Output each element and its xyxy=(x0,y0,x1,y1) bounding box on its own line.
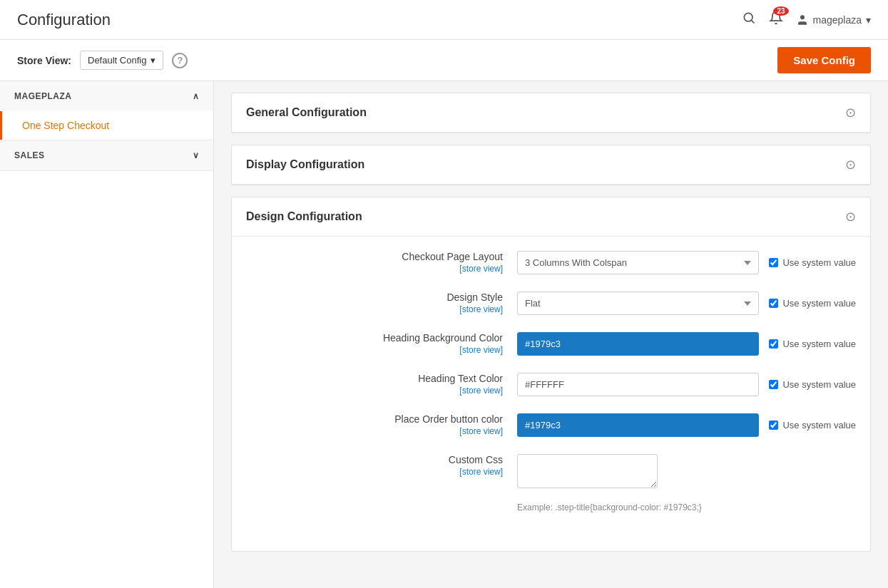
store-view-dropdown[interactable]: Default Config ▾ xyxy=(80,51,163,70)
help-icon[interactable]: ? xyxy=(172,53,188,68)
place-order-btn-color-sublabel: [store view] xyxy=(246,426,503,436)
svg-point-2 xyxy=(800,15,805,19)
svg-point-0 xyxy=(744,13,752,21)
checkout-page-layout-sublabel: [store view] xyxy=(246,264,503,274)
place-order-btn-color-use-system-value[interactable]: Use system value xyxy=(769,420,856,430)
store-view-label: Store View: xyxy=(17,55,71,66)
heading-bg-color-row: Heading Background Color [store view] Us… xyxy=(246,332,856,356)
place-order-btn-color-row: Place Order button color [store view] Us… xyxy=(246,413,856,437)
place-order-btn-color-label: Place Order button color xyxy=(246,413,503,425)
custom-css-example: Example: .step-title{background-color: #… xyxy=(517,502,702,512)
checkout-page-layout-select[interactable]: 3 Columns With Colspan 2 Columns 1 Colum… xyxy=(517,251,759,274)
use-system-value-label-5: Use system value xyxy=(782,420,856,430)
heading-bg-color-checkbox[interactable] xyxy=(769,339,778,349)
display-config-chevron-icon: ⊙ xyxy=(845,157,856,172)
store-view-value: Default Config xyxy=(88,55,146,66)
design-config-section: Design Configuration ⊙ Checkout Page Lay… xyxy=(231,197,871,552)
svg-line-1 xyxy=(751,21,754,24)
notification-count: 23 xyxy=(773,6,788,16)
custom-css-textarea[interactable] xyxy=(517,454,658,488)
heading-text-color-input[interactable] xyxy=(517,373,759,396)
design-style-checkbox[interactable] xyxy=(769,299,778,308)
sidebar-section-sales: SALES ∨ xyxy=(0,140,213,171)
heading-text-color-checkbox[interactable] xyxy=(769,380,778,389)
heading-bg-color-controls: Use system value xyxy=(517,332,856,356)
heading-text-color-use-system-value[interactable]: Use system value xyxy=(769,379,856,390)
heading-bg-color-label: Heading Background Color xyxy=(246,332,503,344)
heading-bg-color-use-system-value[interactable]: Use system value xyxy=(769,339,856,349)
design-config-header[interactable]: Design Configuration ⊙ xyxy=(232,197,870,237)
topbar: Configuration 23 mageplaza ▾ xyxy=(0,0,888,40)
notification-bell-icon[interactable]: 23 xyxy=(769,11,783,29)
checkout-page-layout-use-system-value[interactable]: Use system value xyxy=(769,257,856,268)
checkout-page-layout-label-group: Checkout Page Layout [store view] xyxy=(246,251,517,274)
heading-text-color-controls: Use system value xyxy=(517,373,856,396)
use-system-value-label-3: Use system value xyxy=(782,339,856,349)
sidebar-section-sales-chevron-icon: ∨ xyxy=(193,150,200,160)
general-config-chevron-icon: ⊙ xyxy=(845,105,856,120)
use-system-value-label-4: Use system value xyxy=(782,379,856,390)
checkout-page-layout-controls: 3 Columns With Colspan 2 Columns 1 Colum… xyxy=(517,251,856,274)
user-menu[interactable]: mageplaza ▾ xyxy=(796,14,872,26)
sidebar-section-sales-header[interactable]: SALES ∨ xyxy=(0,140,213,170)
heading-bg-color-input[interactable] xyxy=(517,332,759,356)
store-view-left: Store View: Default Config ▾ ? xyxy=(17,51,188,70)
design-config-body: Checkout Page Layout [store view] 3 Colu… xyxy=(232,237,870,551)
design-style-sublabel: [store view] xyxy=(246,304,503,314)
design-style-use-system-value[interactable]: Use system value xyxy=(769,298,856,309)
design-config-title: Design Configuration xyxy=(246,210,362,223)
custom-css-controls: Example: .step-title{background-color: #… xyxy=(517,454,856,512)
page-title: Configuration xyxy=(17,11,111,29)
design-style-label-group: Design Style [store view] xyxy=(246,292,517,314)
checkout-page-layout-label: Checkout Page Layout xyxy=(246,251,503,262)
custom-css-label: Custom Css xyxy=(246,454,503,465)
general-config-section: General Configuration ⊙ xyxy=(231,93,871,133)
heading-text-color-sublabel: [store view] xyxy=(246,386,503,396)
user-dropdown-icon: ▾ xyxy=(866,14,871,26)
save-config-button[interactable]: Save Config xyxy=(777,47,871,73)
search-icon[interactable] xyxy=(742,11,756,29)
heading-text-color-label-group: Heading Text Color [store view] xyxy=(246,373,517,396)
heading-text-color-label: Heading Text Color xyxy=(246,373,503,384)
place-order-btn-color-label-group: Place Order button color [store view] xyxy=(246,413,517,436)
design-config-chevron-icon: ⊙ xyxy=(845,209,856,225)
sidebar-item-one-step-checkout[interactable]: One Step Checkout xyxy=(0,111,213,140)
place-order-btn-color-checkbox[interactable] xyxy=(769,421,778,430)
heading-bg-color-label-group: Heading Background Color [store view] xyxy=(246,332,517,355)
custom-css-label-group: Custom Css [store view] xyxy=(246,454,517,477)
heading-bg-color-sublabel: [store view] xyxy=(246,345,503,355)
sidebar-item-one-step-checkout-label: One Step Checkout xyxy=(22,120,109,131)
use-system-value-label-2: Use system value xyxy=(782,298,856,309)
display-config-section: Display Configuration ⊙ xyxy=(231,145,871,185)
sidebar-section-sales-label: SALES xyxy=(14,150,45,160)
store-view-bar: Store View: Default Config ▾ ? Save Conf… xyxy=(0,40,888,81)
sidebar-section-mageplaza-chevron-icon: ∧ xyxy=(193,91,200,101)
sidebar-section-mageplaza: MAGEPLAZA ∧ One Step Checkout xyxy=(0,81,213,140)
content-area: General Configuration ⊙ Display Configur… xyxy=(214,81,888,588)
custom-css-row: Custom Css [store view] Example: .step-t… xyxy=(246,454,856,512)
topbar-actions: 23 mageplaza ▾ xyxy=(742,11,872,29)
display-config-title: Display Configuration xyxy=(246,158,364,171)
store-view-chevron-icon: ▾ xyxy=(150,55,155,66)
sidebar: MAGEPLAZA ∧ One Step Checkout SALES ∨ xyxy=(0,81,214,588)
main-layout: MAGEPLAZA ∧ One Step Checkout SALES ∨ Ge… xyxy=(0,81,888,588)
use-system-value-label-1: Use system value xyxy=(782,257,856,268)
general-config-title: General Configuration xyxy=(246,106,367,119)
heading-text-color-row: Heading Text Color [store view] Use syst… xyxy=(246,373,856,396)
place-order-btn-color-controls: Use system value xyxy=(517,413,856,437)
design-style-select[interactable]: Flat Default xyxy=(517,292,759,315)
sidebar-section-mageplaza-header[interactable]: MAGEPLAZA ∧ xyxy=(0,81,213,111)
place-order-btn-color-input[interactable] xyxy=(517,413,759,437)
design-style-row: Design Style [store view] Flat Default U… xyxy=(246,292,856,315)
design-style-controls: Flat Default Use system value xyxy=(517,292,856,315)
checkout-page-layout-row: Checkout Page Layout [store view] 3 Colu… xyxy=(246,251,856,274)
sidebar-section-mageplaza-label: MAGEPLAZA xyxy=(14,91,72,101)
display-config-header[interactable]: Display Configuration ⊙ xyxy=(232,145,870,185)
design-style-label: Design Style xyxy=(246,292,503,303)
general-config-header[interactable]: General Configuration ⊙ xyxy=(232,93,870,133)
custom-css-sublabel: [store view] xyxy=(246,467,503,477)
checkout-page-layout-checkbox[interactable] xyxy=(769,258,778,267)
user-name: mageplaza xyxy=(813,14,862,26)
